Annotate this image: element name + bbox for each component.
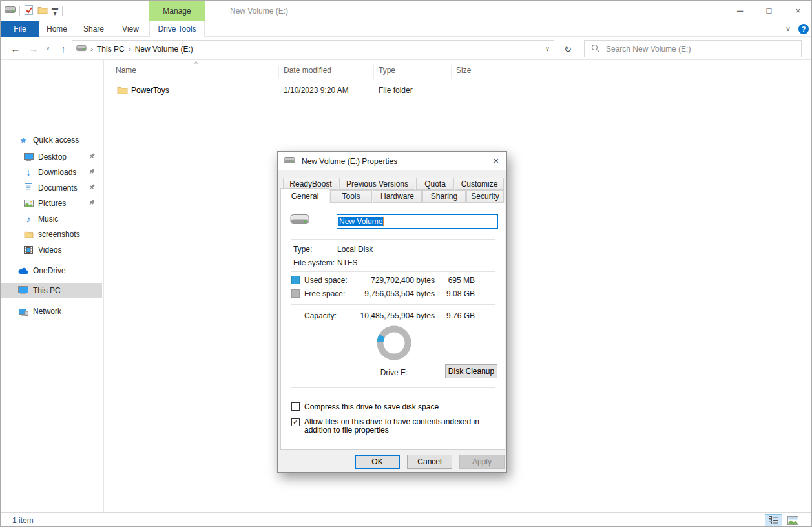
tab-customize[interactable]: Customize [455,178,504,190]
column-header-size[interactable]: Size [456,66,471,75]
customize-qat-icon[interactable]: ▬▾ [52,6,58,16]
title-bar: ▬▾ Manage New Volume (E:) ─ □ × [1,1,812,21]
recent-locations-icon[interactable]: ∨ [42,37,54,60]
new-folder-icon[interactable] [37,6,48,16]
tab-share[interactable]: Share [77,21,110,37]
network-icon [18,307,28,316]
folder-icon [23,231,34,238]
pin-icon [88,183,96,193]
details-view-button[interactable] [765,514,782,526]
address-bar[interactable]: › This PC › New Volume (E:) ∨ [72,40,554,57]
type-value: Local Disk [337,245,373,254]
monitor-icon [23,153,34,161]
file-system-value: NTFS [337,258,357,267]
column-divider[interactable] [373,65,374,79]
ribbon-right-controls: ∨ ? [786,21,809,37]
refresh-icon[interactable]: ↻ [557,40,578,57]
divider [291,304,495,305]
tab-security[interactable]: Security [466,190,504,203]
column-divider[interactable] [278,65,279,79]
used-space-swatch [291,276,300,284]
free-space-human: 9.08 GB [436,289,475,298]
disk-usage-donut-chart [375,324,413,364]
sidebar-item-network[interactable]: Network [1,304,102,319]
used-space-human: 695 MB [436,276,475,285]
sidebar-item-pictures[interactable]: Pictures [1,196,102,211]
properties-icon[interactable] [24,5,34,17]
address-dropdown-icon[interactable]: ∨ [545,45,550,52]
column-divider[interactable] [503,65,503,79]
capacity-bytes: 10,485,755,904 bytes [351,311,435,320]
cancel-button[interactable]: Cancel [407,455,452,469]
file-date-modified: 1/10/2023 9:20 AM [284,86,349,95]
column-header-date-modified[interactable]: Date modified [284,66,331,75]
tab-general[interactable]: General [280,188,329,203]
drive-icon [76,45,87,54]
tab-tools[interactable]: Tools [330,190,372,203]
up-icon[interactable]: ↑ [55,37,72,60]
pin-icon [88,168,96,178]
compress-checkbox[interactable] [291,402,300,411]
help-icon[interactable]: ? [798,24,809,34]
index-checkbox[interactable]: ✓ [291,418,300,426]
disk-cleanup-button[interactable]: Disk Cleanup [445,364,497,378]
sort-ascending-icon[interactable]: ^ [194,61,198,68]
drive-icon[interactable] [5,6,16,16]
maximize-button[interactable]: □ [755,1,784,21]
folder-icon [117,85,128,97]
search-box[interactable]: Search New Volume (E:) [584,40,802,57]
column-header-type[interactable]: Type [379,66,395,75]
breadcrumb-new-volume[interactable]: New Volume (E:) [135,45,193,54]
breadcrumb-this-pc[interactable]: This PC [97,45,125,54]
dialog-title: New Volume (E:) Properties [302,157,397,166]
sidebar-item-downloads[interactable]: ↓ Downloads [1,165,102,180]
sidebar-item-music[interactable]: ♪ Music [1,211,102,227]
separator [112,516,112,524]
minimize-button[interactable]: ─ [725,1,755,21]
sidebar-item-onedrive[interactable]: OneDrive [1,263,102,278]
sidebar-item-documents[interactable]: Documents [1,180,102,196]
file-name[interactable]: PowerToys [131,86,169,95]
close-button[interactable]: × [784,1,812,21]
index-checkbox-label[interactable]: Allow files on this drive to have conten… [304,418,498,435]
computer-icon [18,286,28,295]
window-controls: ─ □ × [725,1,812,21]
volume-label-input[interactable]: New Volume [337,214,498,229]
tab-file[interactable]: File [1,21,39,37]
sidebar-item-quick-access[interactable]: ★ Quick access [1,132,102,148]
column-header-name[interactable]: Name [116,66,136,75]
tab-drive-tools[interactable]: Drive Tools [149,21,205,37]
thumbnail-view-button[interactable] [784,514,802,526]
tab-view[interactable]: View [114,21,147,37]
tab-home[interactable]: Home [41,21,73,37]
tab-quota[interactable]: Quota [416,178,454,190]
properties-dialog: New Volume (E:) Properties × ReadyBoost … [277,151,507,473]
dialog-title-bar[interactable]: New Volume (E:) Properties [278,152,506,170]
sidebar-item-screenshots[interactable]: screenshots [1,227,102,242]
ribbon-collapse-icon[interactable]: ∨ [786,25,791,33]
pin-icon [88,152,96,162]
dialog-close-icon[interactable]: × [494,156,499,166]
sidebar-item-videos[interactable]: Videos [1,242,102,258]
compress-checkbox-label[interactable]: Compress this drive to save disk space [304,403,498,411]
apply-button[interactable]: Apply [459,455,505,469]
separator [62,6,63,16]
column-divider[interactable] [451,65,452,79]
tab-sharing[interactable]: Sharing [422,190,466,203]
back-icon[interactable]: ← [7,37,24,60]
film-icon [23,246,34,254]
ok-button[interactable]: OK [355,455,400,469]
breadcrumb-chevron-icon: › [129,45,131,54]
sidebar-item-this-pc[interactable]: This PC [1,283,102,298]
used-space-label: Used space: [304,276,348,285]
tab-manage[interactable]: Manage [149,1,205,21]
tab-hardware[interactable]: Hardware [373,190,422,203]
forward-icon[interactable]: → [25,37,42,60]
free-space-label: Free space: [304,289,345,298]
free-space-swatch [291,289,300,298]
star-icon: ★ [18,136,28,145]
tab-previous-versions[interactable]: Previous Versions [339,178,415,190]
selected-text: New Volume [338,217,383,226]
sidebar-item-desktop[interactable]: Desktop [1,149,102,165]
breadcrumb-chevron-icon: › [90,45,93,54]
